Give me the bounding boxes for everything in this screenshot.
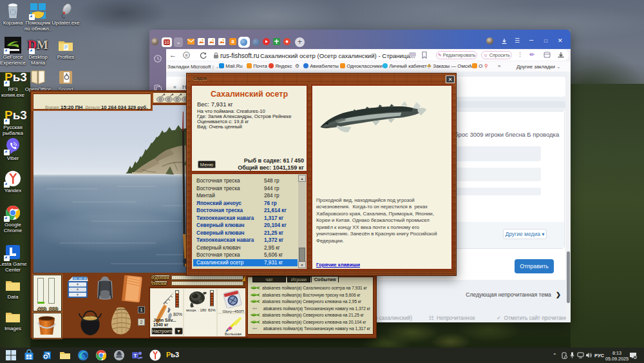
svg-text:я: я [185,53,188,57]
